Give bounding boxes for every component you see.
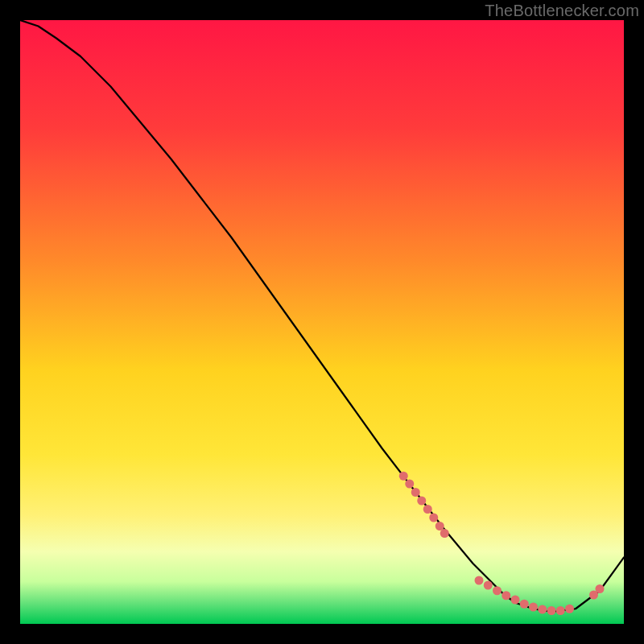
chart-background bbox=[20, 20, 624, 624]
marker-dot bbox=[405, 480, 414, 489]
marker-dot bbox=[399, 472, 408, 481]
marker-dot bbox=[511, 596, 520, 605]
marker-dot bbox=[411, 488, 420, 497]
marker-dot bbox=[538, 605, 547, 614]
watermark-text: TheBottlenecker.com bbox=[485, 2, 639, 20]
marker-dot bbox=[436, 522, 444, 530]
chart-svg bbox=[20, 20, 624, 624]
marker-dot bbox=[520, 600, 529, 609]
marker-dot bbox=[429, 514, 438, 522]
marker-dot bbox=[529, 603, 538, 612]
marker-dot bbox=[440, 529, 449, 538]
marker-dot bbox=[484, 581, 493, 590]
marker-dot bbox=[493, 586, 502, 595]
marker-dot bbox=[423, 505, 432, 514]
marker-dot bbox=[556, 606, 565, 615]
marker-dot bbox=[565, 605, 574, 613]
chart-stage: TheBottlenecker.com bbox=[0, 0, 644, 644]
marker-dot bbox=[502, 591, 510, 600]
marker-dot bbox=[475, 576, 484, 585]
marker-dot bbox=[596, 584, 605, 593]
marker-dot bbox=[547, 606, 556, 615]
marker-dot bbox=[417, 497, 426, 506]
